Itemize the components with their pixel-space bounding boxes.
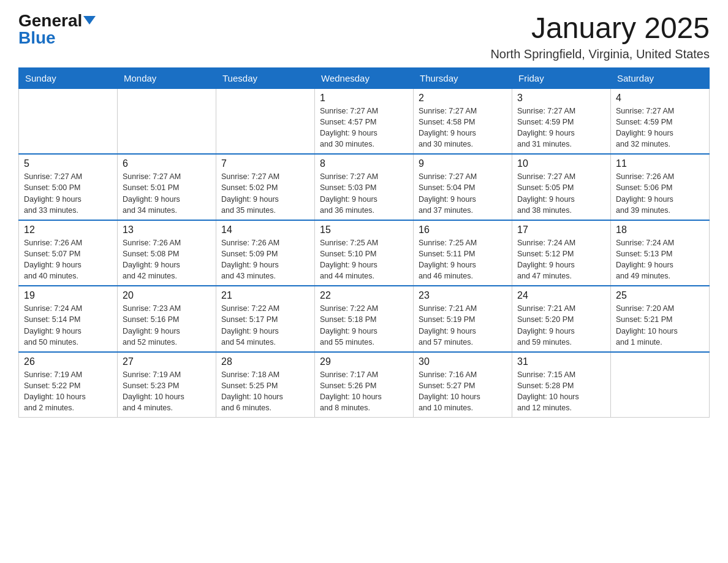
- day-number: 4: [616, 93, 704, 104]
- day-info: Sunrise: 7:27 AM Sunset: 5:02 PM Dayligh…: [221, 171, 309, 216]
- day-info: Sunrise: 7:22 AM Sunset: 5:18 PM Dayligh…: [320, 303, 408, 348]
- day-info: Sunrise: 7:23 AM Sunset: 5:16 PM Dayligh…: [123, 303, 211, 348]
- calendar-day-24: 24Sunrise: 7:21 AM Sunset: 5:20 PM Dayli…: [512, 286, 611, 352]
- calendar-day-2: 2Sunrise: 7:27 AM Sunset: 4:58 PM Daylig…: [414, 88, 512, 154]
- day-number: 17: [517, 224, 605, 236]
- calendar-day-18: 18Sunrise: 7:24 AM Sunset: 5:13 PM Dayli…: [611, 220, 710, 286]
- day-info: Sunrise: 7:26 AM Sunset: 5:07 PM Dayligh…: [24, 237, 112, 282]
- day-number: 13: [123, 224, 211, 236]
- day-info: Sunrise: 7:27 AM Sunset: 5:03 PM Dayligh…: [320, 171, 408, 216]
- calendar-day-15: 15Sunrise: 7:25 AM Sunset: 5:10 PM Dayli…: [315, 220, 414, 286]
- day-info: Sunrise: 7:27 AM Sunset: 4:59 PM Dayligh…: [616, 105, 704, 150]
- day-info: Sunrise: 7:19 AM Sunset: 5:23 PM Dayligh…: [123, 369, 211, 414]
- weekday-header-saturday: Saturday: [611, 67, 710, 88]
- day-number: 29: [320, 356, 408, 367]
- calendar-day-16: 16Sunrise: 7:25 AM Sunset: 5:11 PM Dayli…: [414, 220, 512, 286]
- day-number: 28: [221, 356, 309, 367]
- day-info: Sunrise: 7:27 AM Sunset: 5:04 PM Dayligh…: [419, 171, 507, 216]
- day-number: 2: [419, 93, 507, 104]
- day-number: 24: [517, 290, 605, 301]
- day-info: Sunrise: 7:21 AM Sunset: 5:19 PM Dayligh…: [419, 303, 507, 348]
- weekday-header-wednesday: Wednesday: [315, 67, 414, 88]
- day-info: Sunrise: 7:24 AM Sunset: 5:14 PM Dayligh…: [24, 303, 112, 348]
- calendar-day-10: 10Sunrise: 7:27 AM Sunset: 5:05 PM Dayli…: [512, 154, 611, 220]
- calendar-empty-cell: [118, 88, 216, 154]
- calendar-day-21: 21Sunrise: 7:22 AM Sunset: 5:17 PM Dayli…: [216, 286, 315, 352]
- day-number: 18: [616, 224, 704, 236]
- calendar-day-26: 26Sunrise: 7:19 AM Sunset: 5:22 PM Dayli…: [19, 352, 118, 418]
- day-info: Sunrise: 7:18 AM Sunset: 5:25 PM Dayligh…: [221, 369, 309, 414]
- calendar-day-20: 20Sunrise: 7:23 AM Sunset: 5:16 PM Dayli…: [118, 286, 216, 352]
- day-info: Sunrise: 7:21 AM Sunset: 5:20 PM Dayligh…: [517, 303, 605, 348]
- calendar-day-3: 3Sunrise: 7:27 AM Sunset: 4:59 PM Daylig…: [512, 88, 611, 154]
- title-area: January 2025 North Springfield, Virginia…: [490, 12, 710, 61]
- day-number: 7: [221, 158, 309, 169]
- day-number: 19: [24, 290, 112, 301]
- calendar-day-27: 27Sunrise: 7:19 AM Sunset: 5:23 PM Dayli…: [118, 352, 216, 418]
- weekday-header-tuesday: Tuesday: [216, 67, 315, 88]
- day-number: 30: [419, 356, 507, 367]
- day-number: 9: [419, 158, 507, 169]
- calendar-day-25: 25Sunrise: 7:20 AM Sunset: 5:21 PM Dayli…: [611, 286, 710, 352]
- calendar-day-4: 4Sunrise: 7:27 AM Sunset: 4:59 PM Daylig…: [611, 88, 710, 154]
- day-info: Sunrise: 7:25 AM Sunset: 5:11 PM Dayligh…: [419, 237, 507, 282]
- calendar-day-1: 1Sunrise: 7:27 AM Sunset: 4:57 PM Daylig…: [315, 88, 414, 154]
- day-info: Sunrise: 7:16 AM Sunset: 5:27 PM Dayligh…: [419, 369, 507, 414]
- calendar-empty-cell: [216, 88, 315, 154]
- day-info: Sunrise: 7:27 AM Sunset: 5:05 PM Dayligh…: [517, 171, 605, 216]
- day-info: Sunrise: 7:26 AM Sunset: 5:08 PM Dayligh…: [123, 237, 211, 282]
- calendar-day-7: 7Sunrise: 7:27 AM Sunset: 5:02 PM Daylig…: [216, 154, 315, 220]
- day-number: 6: [123, 158, 211, 169]
- month-title: January 2025: [490, 12, 710, 45]
- day-number: 26: [24, 356, 112, 367]
- calendar-day-30: 30Sunrise: 7:16 AM Sunset: 5:27 PM Dayli…: [414, 352, 512, 418]
- day-number: 5: [24, 158, 112, 169]
- logo-blue-text: Blue: [18, 29, 56, 47]
- day-info: Sunrise: 7:26 AM Sunset: 5:06 PM Dayligh…: [616, 171, 704, 216]
- calendar-day-14: 14Sunrise: 7:26 AM Sunset: 5:09 PM Dayli…: [216, 220, 315, 286]
- calendar-day-5: 5Sunrise: 7:27 AM Sunset: 5:00 PM Daylig…: [19, 154, 118, 220]
- calendar-day-17: 17Sunrise: 7:24 AM Sunset: 5:12 PM Dayli…: [512, 220, 611, 286]
- weekday-header-friday: Friday: [512, 67, 611, 88]
- day-info: Sunrise: 7:25 AM Sunset: 5:10 PM Dayligh…: [320, 237, 408, 282]
- day-number: 11: [616, 158, 704, 169]
- location-title: North Springfield, Virginia, United Stat…: [490, 47, 710, 61]
- day-info: Sunrise: 7:24 AM Sunset: 5:12 PM Dayligh…: [517, 237, 605, 282]
- day-number: 12: [24, 224, 112, 236]
- day-info: Sunrise: 7:17 AM Sunset: 5:26 PM Dayligh…: [320, 369, 408, 414]
- day-info: Sunrise: 7:15 AM Sunset: 5:28 PM Dayligh…: [517, 369, 605, 414]
- calendar-day-12: 12Sunrise: 7:26 AM Sunset: 5:07 PM Dayli…: [19, 220, 118, 286]
- day-info: Sunrise: 7:20 AM Sunset: 5:21 PM Dayligh…: [616, 303, 704, 348]
- day-number: 8: [320, 158, 408, 169]
- day-number: 15: [320, 224, 408, 236]
- calendar-day-29: 29Sunrise: 7:17 AM Sunset: 5:26 PM Dayli…: [315, 352, 414, 418]
- weekday-header-sunday: Sunday: [19, 67, 118, 88]
- day-number: 31: [517, 356, 605, 367]
- calendar-empty-cell: [19, 88, 118, 154]
- weekday-header-monday: Monday: [118, 67, 216, 88]
- day-info: Sunrise: 7:27 AM Sunset: 5:01 PM Dayligh…: [123, 171, 211, 216]
- day-number: 22: [320, 290, 408, 301]
- weekday-header-row: SundayMondayTuesdayWednesdayThursdayFrid…: [19, 67, 710, 88]
- calendar-day-11: 11Sunrise: 7:26 AM Sunset: 5:06 PM Dayli…: [611, 154, 710, 220]
- day-number: 14: [221, 224, 309, 236]
- day-info: Sunrise: 7:22 AM Sunset: 5:17 PM Dayligh…: [221, 303, 309, 348]
- day-number: 20: [123, 290, 211, 301]
- day-number: 10: [517, 158, 605, 169]
- calendar-day-28: 28Sunrise: 7:18 AM Sunset: 5:25 PM Dayli…: [216, 352, 315, 418]
- day-info: Sunrise: 7:19 AM Sunset: 5:22 PM Dayligh…: [24, 369, 112, 414]
- day-info: Sunrise: 7:26 AM Sunset: 5:09 PM Dayligh…: [221, 237, 309, 282]
- calendar-day-9: 9Sunrise: 7:27 AM Sunset: 5:04 PM Daylig…: [414, 154, 512, 220]
- logo-general-text: General: [18, 12, 82, 29]
- day-info: Sunrise: 7:27 AM Sunset: 5:00 PM Dayligh…: [24, 171, 112, 216]
- calendar-day-31: 31Sunrise: 7:15 AM Sunset: 5:28 PM Dayli…: [512, 352, 611, 418]
- weekday-header-thursday: Thursday: [414, 67, 512, 88]
- day-info: Sunrise: 7:27 AM Sunset: 4:57 PM Dayligh…: [320, 105, 408, 150]
- calendar-day-19: 19Sunrise: 7:24 AM Sunset: 5:14 PM Dayli…: [19, 286, 118, 352]
- calendar-day-23: 23Sunrise: 7:21 AM Sunset: 5:19 PM Dayli…: [414, 286, 512, 352]
- day-info: Sunrise: 7:24 AM Sunset: 5:13 PM Dayligh…: [616, 237, 704, 282]
- day-number: 16: [419, 224, 507, 236]
- logo: General Blue: [18, 12, 96, 47]
- calendar-day-22: 22Sunrise: 7:22 AM Sunset: 5:18 PM Dayli…: [315, 286, 414, 352]
- calendar-week-row: 12Sunrise: 7:26 AM Sunset: 5:07 PM Dayli…: [19, 220, 710, 286]
